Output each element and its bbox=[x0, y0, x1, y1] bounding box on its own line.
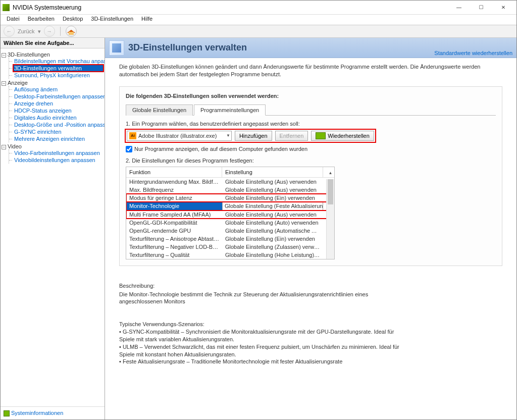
arrow-right-icon: → bbox=[46, 28, 52, 34]
tree-link-multi-display[interactable]: Mehrere Anzeigen einrichten bbox=[13, 135, 104, 142]
table-row[interactable]: Texturfilterung – QualitätGlobale Einste… bbox=[126, 251, 334, 259]
close-button[interactable]: ✕ bbox=[492, 1, 514, 15]
tree-link-desktop-color[interactable]: Desktop-Farbeinstellungen anpassen bbox=[13, 93, 104, 100]
home-icon bbox=[67, 27, 75, 35]
cell-setting[interactable]: Globale Einstellung (Auto) verwenden bbox=[222, 219, 323, 227]
cell-setting[interactable]: Globale Einstellung (Hohe Leistung) verw… bbox=[222, 251, 323, 259]
restore-defaults-link[interactable]: Standardwerte wiederherstellen bbox=[434, 50, 512, 56]
list-item: ULMB – Verwendet Schwarzlicht, das mit e… bbox=[119, 343, 402, 358]
tree-link-video-color[interactable]: Video-Farbeinstellungen anpassen bbox=[13, 149, 104, 156]
table-row[interactable]: OpenGL-GDI-KompatibilitätGlobale Einstel… bbox=[126, 219, 334, 227]
only-local-row: Nur Programme anzeigen, die auf diesem C… bbox=[126, 146, 496, 152]
table-row[interactable]: Max. BildfrequenzGlobale Einstellung (Au… bbox=[126, 186, 334, 194]
nvidia-badge-icon bbox=[316, 132, 326, 139]
adobe-illustrator-icon: Ai bbox=[129, 132, 136, 139]
task-tree: −3D-Einstellungen Bildeinstellungen mit … bbox=[1, 48, 105, 406]
step1-label: 1. Ein Programm wählen, das benutzerdefi… bbox=[126, 121, 496, 127]
page-header: 3D-Einstellungen verwalten Standardwerte… bbox=[105, 38, 516, 58]
tree-toggle[interactable]: − bbox=[2, 81, 6, 86]
tree-link-desktop-size[interactable]: Desktop-Größe und -Position anpassen bbox=[13, 121, 104, 128]
chevron-down-icon[interactable]: ▾ bbox=[38, 28, 41, 35]
menubar: Datei Bearbeiten Desktop 3D-Einstellunge… bbox=[1, 15, 516, 25]
arrow-left-icon: ← bbox=[7, 28, 12, 34]
window-title: NVIDIA Systemsteuerung bbox=[13, 4, 448, 11]
only-local-checkbox[interactable] bbox=[126, 146, 132, 152]
cell-setting[interactable]: Globale Einstellung (Aus) verwenden bbox=[222, 178, 323, 186]
step2-label: 2. Die Einstellungen für dieses Programm… bbox=[126, 158, 496, 164]
list-item: G-SYNC-Kompatibilität – Synchronisiert d… bbox=[119, 328, 402, 343]
system-info-link[interactable]: Systeminformationen bbox=[11, 410, 63, 416]
cell-setting[interactable]: Globale Einstellung (Automatische Auswah… bbox=[222, 227, 323, 235]
separator bbox=[60, 27, 61, 36]
scrollbar[interactable]: ▲ bbox=[326, 179, 334, 259]
tree-group-video: −Video Video-Farbeinstellungen anpassen … bbox=[2, 143, 104, 164]
menu-datei[interactable]: Datei bbox=[3, 15, 24, 25]
tree-toggle[interactable]: − bbox=[2, 145, 6, 149]
panel-title: Die folgenden 3D-Einstellungen sollen ve… bbox=[126, 93, 496, 99]
menu-hilfe[interactable]: Hilfe bbox=[137, 15, 157, 25]
tree-link-resolution[interactable]: Auflösung ändern bbox=[13, 86, 104, 93]
chevron-down-icon: ▼ bbox=[226, 133, 230, 138]
program-combobox[interactable]: Ai Adobe Illustrator (illustrator.exe) ▼ bbox=[127, 131, 232, 141]
tree-group-3d: −3D-Einstellungen Bildeinstellungen mit … bbox=[2, 51, 104, 79]
col-header-setting[interactable]: Einstellung bbox=[222, 167, 323, 177]
tree-link-hdcp[interactable]: HDCP-Status anzeigen bbox=[13, 107, 104, 114]
table-row[interactable]: Hintergrundanwendung Max. BildfrequenzGl… bbox=[126, 178, 334, 186]
description-block: Beschreibung: Die Monitor-Technologie be… bbox=[119, 282, 402, 306]
cell-function: Modus für geringe Latenz bbox=[126, 194, 222, 202]
nav-back-button[interactable]: ← bbox=[4, 26, 15, 37]
table-row[interactable]: OpenGL-rendernde GPUGlobale Einstellung … bbox=[126, 227, 334, 235]
tree-link-gsync[interactable]: G-SYNC einrichten bbox=[13, 128, 104, 135]
tab-global-settings[interactable]: Globale Einstellungen bbox=[126, 104, 193, 116]
cell-function: Max. Bildfrequenz bbox=[126, 186, 222, 194]
settings-panel: Die folgenden 3D-Einstellungen sollen ve… bbox=[119, 86, 502, 266]
main-pane: 3D-Einstellungen verwalten Standardwerte… bbox=[105, 38, 516, 419]
info-icon bbox=[4, 410, 10, 416]
cell-setting[interactable]: Globale Einstellung (Aus) verwenden bbox=[222, 211, 323, 219]
tree-link-digital-audio[interactable]: Digitales Audio einrichten bbox=[13, 114, 104, 121]
program-combobox-value: Adobe Illustrator (illustrator.exe) bbox=[138, 133, 224, 139]
scenarios-block: Typische Verwendungs-Szenarios: G-SYNC-K… bbox=[119, 321, 402, 365]
app-window: NVIDIA Systemsteuerung ― ☐ ✕ Datei Bearb… bbox=[0, 0, 517, 420]
tree-group-anzeige: −Anzeige Auflösung ändern Desktop-Farbei… bbox=[2, 80, 104, 142]
col-header-function[interactable]: Funktion bbox=[126, 167, 222, 177]
table-row[interactable]: Multi Frame Sampled AA (MFAA)Globale Ein… bbox=[126, 211, 334, 219]
table-row[interactable]: Texturfilterung – Anisotrope Abtastoptim… bbox=[126, 235, 334, 243]
scrollbar-thumb[interactable] bbox=[328, 179, 333, 204]
tree-link-rotate[interactable]: Anzeige drehen bbox=[13, 100, 104, 107]
menu-3d[interactable]: 3D-Einstellungen bbox=[87, 15, 137, 25]
cell-function: OpenGL-rendernde GPU bbox=[126, 227, 222, 235]
cell-setting[interactable]: Globale Einstellung (Ein) verwenden bbox=[222, 235, 323, 243]
tabs: Globale Einstellungen Programmeinstellun… bbox=[126, 104, 496, 116]
cell-function: Hintergrundanwendung Max. Bildfrequenz bbox=[126, 178, 222, 186]
cell-setting[interactable]: Globale Einstellung (Aus) verwenden bbox=[222, 186, 323, 194]
scenarios-heading: Typische Verwendungs-Szenarios: bbox=[119, 321, 402, 328]
cell-function: Monitor-Technologie bbox=[126, 202, 222, 211]
tree-link-manage-3d[interactable]: 3D-Einstellungen verwalten bbox=[13, 65, 104, 72]
minimize-button[interactable]: ― bbox=[448, 1, 470, 15]
restore-button[interactable]: Wiederherstellen bbox=[311, 131, 374, 141]
remove-button[interactable]: Entfernen bbox=[275, 131, 308, 141]
menu-desktop[interactable]: Desktop bbox=[59, 15, 87, 25]
cell-setting[interactable]: Globale Einstellung (Feste Aktualisierun… bbox=[222, 202, 323, 211]
table-row[interactable]: Modus für geringe LatenzGlobale Einstell… bbox=[126, 194, 334, 202]
body: Wählen Sie eine Aufgabe... −3D-Einstellu… bbox=[1, 38, 516, 419]
add-button[interactable]: Hinzufügen bbox=[235, 131, 272, 141]
table-row[interactable]: Monitor-TechnologieGlobale Einstellung (… bbox=[126, 202, 334, 211]
tree-link-video-image[interactable]: Videobildeinstellungen anpassen bbox=[13, 156, 104, 164]
cube-icon bbox=[109, 40, 124, 56]
tab-program-settings[interactable]: Programmeinstellungen bbox=[194, 104, 266, 116]
tree-toggle[interactable]: − bbox=[2, 53, 6, 58]
titlebar: NVIDIA Systemsteuerung ― ☐ ✕ bbox=[1, 1, 516, 15]
page-title: 3D-Einstellungen verwalten bbox=[128, 42, 434, 53]
cell-setting[interactable]: Globale Einstellung (Ein) verwenden bbox=[222, 194, 323, 202]
table-row[interactable]: Texturfilterung – Negativer LOD-BiasGlob… bbox=[126, 243, 334, 251]
cell-setting[interactable]: Globale Einstellung (Zulassen) verwenden bbox=[222, 243, 323, 251]
scroll-up-icon[interactable]: ▲ bbox=[327, 167, 334, 179]
maximize-button[interactable]: ☐ bbox=[470, 1, 492, 15]
menu-bearbeiten[interactable]: Bearbeiten bbox=[24, 15, 59, 25]
tree-link-surround-physx[interactable]: Surround, PhysX konfigurieren bbox=[13, 72, 104, 79]
nav-home-button[interactable] bbox=[66, 26, 77, 37]
nav-forward-button[interactable]: → bbox=[44, 26, 55, 37]
tree-link-preview[interactable]: Bildeinstellungen mit Vorschau anpassen bbox=[13, 58, 104, 65]
